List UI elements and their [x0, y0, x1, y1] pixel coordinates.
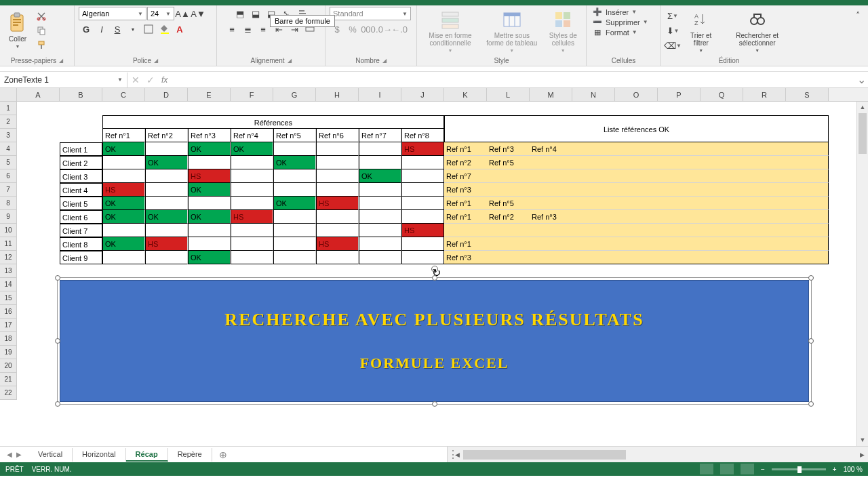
matrix-cell[interactable] [273, 210, 316, 224]
dialog-launcher-icon[interactable]: ◢ [288, 58, 292, 64]
row-header-14[interactable]: 14 [0, 278, 17, 291]
col-header-E[interactable]: E [188, 88, 231, 101]
zoom-in-button[interactable]: + [833, 466, 837, 473]
row-header-22[interactable]: 22 [0, 386, 17, 400]
row-header-9[interactable]: 9 [0, 210, 17, 224]
header-ref-1[interactable]: Ref n°1 [102, 129, 145, 142]
liste-cell[interactable]: Ref n°3 [444, 183, 487, 197]
row-header-13[interactable]: 13 [0, 264, 17, 278]
comma-button[interactable]: 000 [361, 22, 376, 36]
insert-button[interactable]: ➕Insérer ▼ [591, 7, 638, 17]
hscroll-thumb[interactable] [463, 450, 626, 460]
matrix-cell[interactable] [145, 183, 188, 197]
liste-cell[interactable]: Ref n°1 [444, 237, 487, 251]
liste-bg[interactable] [444, 183, 829, 197]
matrix-cell[interactable]: OK [273, 156, 316, 169]
tab-nav-prev[interactable]: ▶ [16, 451, 22, 458]
liste-cell[interactable]: Ref n°3 [530, 210, 572, 224]
row-header-7[interactable]: 7 [0, 183, 17, 197]
col-header-J[interactable]: J [401, 88, 444, 101]
resize-handle-ne[interactable] [808, 275, 814, 281]
dialog-launcher-icon[interactable]: ◢ [382, 58, 387, 64]
matrix-cell[interactable] [231, 237, 273, 251]
col-header-A[interactable]: A [17, 88, 60, 101]
horizontal-scrollbar[interactable]: ⋮ ◀ ▶ [448, 447, 868, 462]
matrix-cell[interactable]: HS [316, 197, 359, 210]
resize-handle-w[interactable] [55, 338, 60, 344]
row-header-12[interactable]: 12 [0, 251, 17, 264]
matrix-cell[interactable] [231, 251, 273, 264]
title-textbox[interactable]: RECHERCHE AVEC PLUSIEURS RÉSULTATS FORMU… [60, 280, 809, 402]
header-ref-6[interactable]: Ref n°6 [316, 129, 359, 142]
matrix-cell[interactable]: OK [188, 142, 231, 156]
vscroll-thumb[interactable] [859, 113, 867, 154]
view-page-layout-button[interactable] [720, 464, 734, 474]
matrix-cell[interactable] [401, 169, 444, 183]
matrix-cell[interactable] [316, 251, 359, 264]
copy-button[interactable] [34, 24, 49, 37]
client-label-8[interactable]: Client 8 [60, 237, 102, 251]
row-header-15[interactable]: 15 [0, 291, 17, 305]
font-color-button[interactable]: A [172, 22, 187, 36]
matrix-cell[interactable]: OK [145, 210, 188, 224]
resize-handle-se[interactable] [808, 401, 814, 407]
matrix-cell[interactable]: HS [188, 169, 231, 183]
cut-button[interactable] [34, 9, 49, 23]
matrix-cell[interactable] [145, 251, 188, 264]
find-select-button[interactable]: Rechercher et sélectionner▼ [722, 7, 793, 54]
increase-decimal-button[interactable]: .0→ [376, 22, 391, 36]
client-label-1[interactable]: Client 1 [60, 142, 102, 156]
cancel-formula-button[interactable]: ✕ [132, 75, 140, 85]
row-header-10[interactable]: 10 [0, 224, 17, 237]
confirm-formula-button[interactable]: ✓ [146, 75, 155, 85]
resize-handle-sw[interactable] [55, 401, 60, 407]
col-header-S[interactable]: S [786, 88, 829, 101]
matrix-cell[interactable] [401, 210, 444, 224]
align-right-button[interactable]: ≡ [256, 22, 271, 36]
row-header-2[interactable]: 2 [0, 115, 17, 129]
matrix-cell[interactable] [316, 183, 359, 197]
view-normal-button[interactable] [700, 464, 713, 474]
sheet-tab-vertical[interactable]: Vertical [28, 448, 73, 462]
matrix-cell[interactable] [231, 183, 273, 197]
format-button[interactable]: ▦Format ▼ [591, 27, 639, 37]
liste-bg[interactable] [444, 237, 829, 251]
matrix-cell[interactable] [188, 197, 231, 210]
matrix-cell[interactable] [145, 197, 188, 210]
matrix-cell[interactable]: OK [231, 142, 273, 156]
matrix-cell[interactable] [145, 169, 188, 183]
increase-font-button[interactable]: A▲ [175, 7, 190, 20]
matrix-cell[interactable] [273, 142, 316, 156]
matrix-cell[interactable]: OK [102, 210, 145, 224]
col-header-I[interactable]: I [359, 88, 401, 101]
matrix-cell[interactable] [316, 224, 359, 237]
fill-color-button[interactable] [157, 22, 172, 36]
align-center-button[interactable]: ≣ [240, 22, 255, 36]
align-left-button[interactable]: ≡ [224, 22, 239, 36]
col-header-Q[interactable]: Q [701, 88, 743, 101]
header-ref-8[interactable]: Ref n°8 [401, 129, 444, 142]
col-header-F[interactable]: F [231, 88, 273, 101]
matrix-cell[interactable] [273, 183, 316, 197]
matrix-cell[interactable] [316, 156, 359, 169]
matrix-cell[interactable] [316, 169, 359, 183]
client-label-7[interactable]: Client 7 [60, 224, 102, 237]
liste-cell[interactable]: Ref n°3 [444, 251, 487, 264]
matrix-cell[interactable] [231, 197, 273, 210]
select-all-corner[interactable] [0, 88, 17, 101]
col-header-P[interactable]: P [658, 88, 701, 101]
align-top-button[interactable]: ⬒ [233, 7, 248, 20]
matrix-cell[interactable] [102, 156, 145, 169]
percent-button[interactable]: % [345, 22, 360, 36]
sort-filter-button[interactable]: AZ Trier et filtrer▼ [683, 7, 719, 54]
sheet-tab-récap[interactable]: Récap [126, 448, 168, 462]
row-header-11[interactable]: 11 [0, 237, 17, 251]
matrix-cell[interactable] [145, 142, 188, 156]
header-ref-4[interactable]: Ref n°4 [231, 129, 273, 142]
matrix-cell[interactable]: OK [188, 210, 231, 224]
italic-button[interactable]: I [94, 22, 109, 36]
matrix-cell[interactable]: OK [102, 142, 145, 156]
tab-nav-first[interactable]: ◀ [7, 451, 12, 458]
matrix-cell[interactable] [102, 169, 145, 183]
row-header-16[interactable]: 16 [0, 305, 17, 319]
